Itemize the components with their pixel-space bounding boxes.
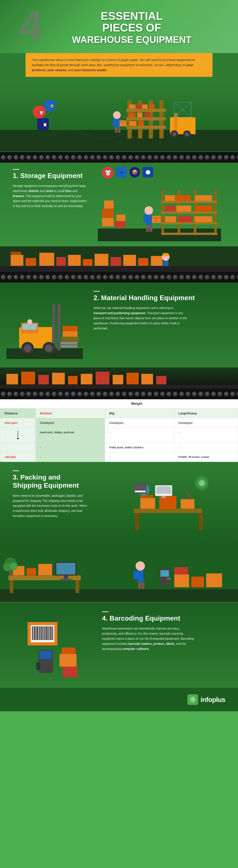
belt-roller: [192, 392, 197, 396]
svg-point-156: [10, 563, 18, 570]
svg-point-59: [145, 206, 153, 215]
belt-roller: [7, 392, 12, 396]
svg-rect-50: [165, 195, 175, 201]
svg-rect-116: [113, 375, 123, 384]
material-right-text: 2. Material Handling Equipment When we s…: [89, 282, 238, 367]
belt-roller: [39, 275, 44, 279]
svg-rect-192: [49, 626, 49, 640]
belt-roller: [147, 155, 152, 160]
belt-roller: [65, 392, 69, 396]
belt-roller: [13, 275, 18, 279]
svg-rect-77: [56, 257, 66, 267]
svg-rect-47: [161, 212, 217, 214]
belt-roller: [205, 392, 210, 396]
belt-roller: [199, 155, 203, 160]
svg-rect-133: [161, 496, 166, 498]
belt-roller: [58, 155, 63, 160]
belt-roller: [7, 275, 12, 279]
equipment-table-section: Weight Distance Medium Big Large/heavy O…: [0, 399, 238, 462]
infoplus-logo-icon: i: [189, 696, 196, 703]
svg-rect-172: [39, 651, 52, 659]
svg-point-141: [199, 480, 205, 486]
belt-roller: [109, 392, 114, 396]
svg-rect-84: [151, 256, 162, 267]
belt-roller: [167, 275, 171, 279]
intro-bold2: your business model.: [74, 68, 107, 72]
belt-roller: [122, 392, 127, 396]
empty-cell: [0, 399, 36, 408]
belt-roller: [186, 275, 190, 279]
belt-roller: [230, 392, 235, 396]
belt-roller: [154, 275, 158, 279]
svg-rect-94: [30, 324, 36, 330]
belt-roller: [116, 275, 120, 279]
svg-rect-69: [102, 209, 114, 217]
section2-text: When we say material handling equipment,…: [93, 306, 187, 331]
medium-cell: -: [35, 443, 105, 453]
section1-text: Storage equipment encompasses everything…: [13, 184, 87, 209]
belt-roller: [141, 155, 146, 160]
svg-text:📦: 📦: [50, 104, 54, 108]
svg-rect-12: [129, 113, 136, 117]
svg-rect-148: [27, 568, 36, 575]
belt-roller: [46, 392, 50, 396]
belt-roller: [237, 392, 238, 396]
svg-rect-81: [111, 257, 121, 267]
svg-rect-10: [142, 104, 148, 109]
svg-rect-115: [96, 372, 110, 384]
clock-icon: 🕐: [143, 167, 153, 178]
col-large: Large/heavy: [174, 408, 238, 418]
big-cell: -: [105, 453, 174, 462]
svg-rect-188: [44, 626, 44, 640]
svg-rect-70: [104, 200, 114, 209]
svg-rect-117: [126, 373, 139, 384]
belt-roller: [211, 392, 216, 396]
logo-text: infoplus: [201, 696, 225, 704]
svg-point-106: [27, 319, 32, 324]
belt-roller: [90, 275, 95, 279]
col-distance: Distance: [0, 408, 36, 418]
svg-rect-71: [115, 221, 125, 228]
svg-rect-57: [178, 216, 192, 222]
svg-line-128: [185, 488, 190, 498]
svg-text:i: i: [193, 696, 194, 702]
svg-rect-149: [38, 564, 52, 575]
distance-cell: One spot: [0, 418, 36, 428]
belt-roller: [46, 275, 50, 279]
belt-roller: [71, 275, 76, 279]
svg-rect-114: [81, 374, 92, 384]
belt-roller: [26, 155, 31, 160]
svg-rect-13: [137, 113, 142, 117]
svg-rect-29: [119, 120, 127, 126]
svg-rect-51: [176, 195, 191, 201]
large-cell: -: [174, 443, 238, 453]
belt-roller: [237, 275, 238, 279]
section4-divider: [102, 612, 108, 612]
belt-roller: [52, 392, 57, 396]
belt-roller: [173, 155, 178, 160]
svg-rect-98: [61, 345, 78, 348]
large-cell: -: [174, 428, 238, 443]
svg-rect-105: [63, 326, 78, 331]
svg-rect-82: [123, 255, 136, 267]
svg-rect-9: [136, 104, 142, 109]
svg-rect-184: [39, 626, 40, 640]
storage-svg: [98, 182, 221, 241]
conveyor-belt-middle: [0, 272, 238, 282]
belt-roller: [179, 155, 184, 160]
svg-rect-111: [38, 375, 49, 384]
belt-roller: [192, 155, 197, 160]
hero-title: ESSENTIAL PIECES OF WAREHOUSE EQUIPMENT: [47, 10, 191, 45]
conveyor-section-2: [0, 367, 238, 399]
svg-text:📋: 📋: [43, 123, 47, 127]
svg-rect-121: [134, 509, 202, 513]
storage-section: 1. Storage Equipment Storage equipment e…: [0, 163, 238, 246]
belt-roller: [211, 275, 216, 279]
belt-roller: [7, 155, 12, 160]
belt-roller: [154, 392, 158, 396]
svg-rect-53: [165, 206, 176, 212]
belt-roller: [58, 392, 63, 396]
svg-rect-109: [6, 374, 18, 384]
belt-roller: [205, 275, 210, 279]
svg-rect-15: [129, 121, 137, 126]
